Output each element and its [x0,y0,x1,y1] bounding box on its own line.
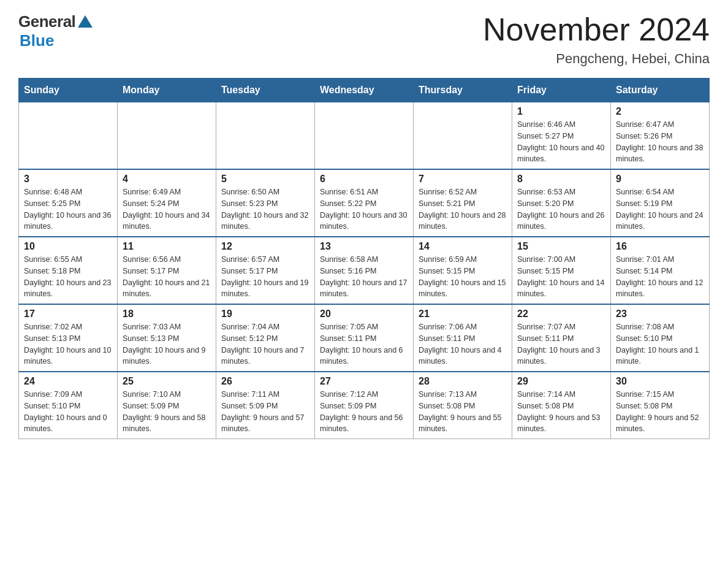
day-info: Sunrise: 6:53 AMSunset: 5:20 PMDaylight:… [517,186,605,232]
day-info: Sunrise: 6:55 AMSunset: 5:18 PMDaylight:… [24,254,112,300]
day-info: Sunrise: 6:57 AMSunset: 5:17 PMDaylight:… [221,254,309,300]
calendar-cell-21: 21Sunrise: 7:06 AMSunset: 5:11 PMDayligh… [414,304,512,372]
day-number: 29 [517,376,605,387]
calendar-cell-22: 22Sunrise: 7:07 AMSunset: 5:11 PMDayligh… [512,304,611,372]
day-info: Sunrise: 6:51 AMSunset: 5:22 PMDaylight:… [320,186,408,232]
day-info: Sunrise: 7:02 AMSunset: 5:13 PMDaylight:… [24,321,112,367]
calendar-cell-5: 5Sunrise: 6:50 AMSunset: 5:23 PMDaylight… [216,169,315,237]
week-row-4: 17Sunrise: 7:02 AMSunset: 5:13 PMDayligh… [19,304,710,372]
day-info: Sunrise: 6:47 AMSunset: 5:26 PMDaylight:… [616,119,704,165]
day-info: Sunrise: 6:46 AMSunset: 5:27 PMDaylight:… [517,119,605,165]
day-info: Sunrise: 7:07 AMSunset: 5:11 PMDaylight:… [517,321,605,367]
day-number: 5 [221,174,309,185]
logo-general-text: General [18,12,75,31]
week-row-3: 10Sunrise: 6:55 AMSunset: 5:18 PMDayligh… [19,237,710,304]
day-info: Sunrise: 7:08 AMSunset: 5:10 PMDaylight:… [616,321,704,367]
calendar-cell-11: 11Sunrise: 6:56 AMSunset: 5:17 PMDayligh… [118,237,216,304]
week-row-1: 1Sunrise: 6:46 AMSunset: 5:27 PMDaylight… [19,102,710,170]
calendar-cell-25: 25Sunrise: 7:10 AMSunset: 5:09 PMDayligh… [118,372,216,439]
calendar-cell-1: 1Sunrise: 6:46 AMSunset: 5:27 PMDaylight… [512,102,611,170]
calendar-cell-19: 19Sunrise: 7:04 AMSunset: 5:12 PMDayligh… [216,304,315,372]
calendar-cell-8: 8Sunrise: 6:53 AMSunset: 5:20 PMDaylight… [512,169,611,237]
day-info: Sunrise: 6:48 AMSunset: 5:25 PMDaylight:… [24,186,112,232]
day-number: 11 [123,241,211,252]
day-number: 4 [123,174,211,185]
day-number: 19 [221,308,309,320]
page-header: General Blue November 2024 Pengcheng, He… [18,12,710,67]
calendar-cell-empty [216,102,315,170]
day-number: 9 [616,174,704,185]
weekday-header-sunday: Sunday [19,79,118,102]
day-number: 6 [320,174,408,185]
logo-blue-text: Blue [20,31,54,50]
week-row-5: 24Sunrise: 7:09 AMSunset: 5:10 PMDayligh… [19,372,710,439]
day-info: Sunrise: 7:14 AMSunset: 5:08 PMDaylight:… [517,389,605,435]
location-subtitle: Pengcheng, Hebei, China [483,51,710,67]
day-info: Sunrise: 6:50 AMSunset: 5:23 PMDaylight:… [221,186,309,232]
weekday-header-friday: Friday [512,79,611,102]
day-info: Sunrise: 6:59 AMSunset: 5:15 PMDaylight:… [419,254,507,300]
title-area: November 2024 Pengcheng, Hebei, China [483,12,710,67]
day-info: Sunrise: 6:56 AMSunset: 5:17 PMDaylight:… [123,254,211,300]
calendar-cell-16: 16Sunrise: 7:01 AMSunset: 5:14 PMDayligh… [611,237,710,304]
calendar-cell-10: 10Sunrise: 6:55 AMSunset: 5:18 PMDayligh… [19,237,118,304]
calendar-cell-4: 4Sunrise: 6:49 AMSunset: 5:24 PMDaylight… [118,169,216,237]
day-info: Sunrise: 7:13 AMSunset: 5:08 PMDaylight:… [419,389,507,435]
calendar-cell-empty [315,102,414,170]
calendar-cell-20: 20Sunrise: 7:05 AMSunset: 5:11 PMDayligh… [315,304,414,372]
weekday-header-monday: Monday [118,79,216,102]
calendar-cell-12: 12Sunrise: 6:57 AMSunset: 5:17 PMDayligh… [216,237,315,304]
day-number: 18 [123,308,211,320]
day-number: 14 [419,241,507,252]
weekday-header-saturday: Saturday [611,79,710,102]
calendar-cell-18: 18Sunrise: 7:03 AMSunset: 5:13 PMDayligh… [118,304,216,372]
day-info: Sunrise: 7:12 AMSunset: 5:09 PMDaylight:… [320,389,408,435]
day-number: 30 [616,376,704,387]
day-info: Sunrise: 6:52 AMSunset: 5:21 PMDaylight:… [419,186,507,232]
day-number: 17 [24,308,112,320]
day-number: 15 [517,241,605,252]
day-number: 10 [24,241,112,252]
day-info: Sunrise: 7:00 AMSunset: 5:15 PMDaylight:… [517,254,605,300]
day-number: 24 [24,376,112,387]
calendar-cell-2: 2Sunrise: 6:47 AMSunset: 5:26 PMDaylight… [611,102,710,170]
calendar-cell-14: 14Sunrise: 6:59 AMSunset: 5:15 PMDayligh… [414,237,512,304]
calendar-cell-23: 23Sunrise: 7:08 AMSunset: 5:10 PMDayligh… [611,304,710,372]
calendar-cell-27: 27Sunrise: 7:12 AMSunset: 5:09 PMDayligh… [315,372,414,439]
day-number: 2 [616,106,704,117]
calendar-table: SundayMondayTuesdayWednesdayThursdayFrid… [18,78,710,439]
day-number: 28 [419,376,507,387]
week-row-2: 3Sunrise: 6:48 AMSunset: 5:25 PMDaylight… [19,169,710,237]
calendar-cell-7: 7Sunrise: 6:52 AMSunset: 5:21 PMDaylight… [414,169,512,237]
day-number: 27 [320,376,408,387]
day-info: Sunrise: 7:15 AMSunset: 5:08 PMDaylight:… [616,389,704,435]
day-number: 23 [616,308,704,320]
calendar-cell-24: 24Sunrise: 7:09 AMSunset: 5:10 PMDayligh… [19,372,118,439]
calendar-cell-30: 30Sunrise: 7:15 AMSunset: 5:08 PMDayligh… [611,372,710,439]
day-number: 25 [123,376,211,387]
day-number: 16 [616,241,704,252]
day-info: Sunrise: 7:05 AMSunset: 5:11 PMDaylight:… [320,321,408,367]
day-number: 8 [517,174,605,185]
calendar-cell-9: 9Sunrise: 6:54 AMSunset: 5:19 PMDaylight… [611,169,710,237]
day-info: Sunrise: 7:03 AMSunset: 5:13 PMDaylight:… [123,321,211,367]
day-info: Sunrise: 6:49 AMSunset: 5:24 PMDaylight:… [123,186,211,232]
day-number: 20 [320,308,408,320]
day-number: 21 [419,308,507,320]
logo-triangle-icon [78,15,93,28]
calendar-cell-26: 26Sunrise: 7:11 AMSunset: 5:09 PMDayligh… [216,372,315,439]
day-info: Sunrise: 7:01 AMSunset: 5:14 PMDaylight:… [616,254,704,300]
day-info: Sunrise: 7:06 AMSunset: 5:11 PMDaylight:… [419,321,507,367]
calendar-cell-28: 28Sunrise: 7:13 AMSunset: 5:08 PMDayligh… [414,372,512,439]
calendar-cell-empty [19,102,118,170]
day-number: 22 [517,308,605,320]
day-info: Sunrise: 6:58 AMSunset: 5:16 PMDaylight:… [320,254,408,300]
weekday-header-tuesday: Tuesday [216,79,315,102]
weekday-header-row: SundayMondayTuesdayWednesdayThursdayFrid… [19,79,710,102]
day-number: 12 [221,241,309,252]
day-number: 1 [517,106,605,117]
day-info: Sunrise: 7:04 AMSunset: 5:12 PMDaylight:… [221,321,309,367]
calendar-cell-empty [414,102,512,170]
day-info: Sunrise: 7:11 AMSunset: 5:09 PMDaylight:… [221,389,309,435]
day-number: 26 [221,376,309,387]
